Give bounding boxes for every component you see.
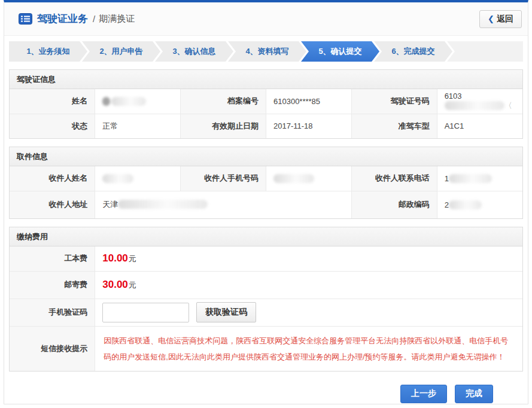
production-fee-value: 10.00元 [95,246,522,271]
name-label: 姓名 [10,89,95,114]
table-row: 收件人姓名 收件人手机号码 收件人联系电话 1 [10,166,522,191]
step-5-confirm-submit[interactable]: 5、确认提交 [301,41,379,62]
sms-code-cell: 获取验证码 [95,299,522,326]
recipient-name-value [95,166,181,191]
production-fee-unit: 元 [129,254,136,263]
mailing-fee-label: 邮寄费 [10,271,95,299]
table-row: 姓名 档案编号 610300****85 驾驶证号码 6103〈 [10,89,522,114]
step-4-fill-data[interactable]: 4、资料填写 [228,41,306,62]
mailing-fee-value: 30.00元 [95,271,522,299]
bottom-actions: 上一步 完成 [4,385,528,403]
breadcrumb: 驾驶证业务 / 期满换证 [19,12,135,26]
sms-code-input[interactable] [102,303,189,322]
postcode-label: 邮政编码 [351,191,437,218]
license-number-tail: 〈 [504,101,512,110]
pickup-info-panel: 取件信息 收件人姓名 收件人手机号码 收件人联系电话 1 收件人地址 天津 邮政… [9,147,523,219]
breadcrumb-section-title[interactable]: 驾驶证业务 [37,12,88,26]
step-filler [447,41,523,62]
recipient-address-label: 收件人地址 [10,191,95,218]
table-row: 工本费 10.00元 [10,246,522,271]
table-row: 收件人地址 天津 邮政编码 2 [10,191,522,218]
redacted-text [111,97,146,106]
page-header: 驾驶证业务 / 期满换证 ❮ 返回 [4,2,528,36]
back-button-label: 返回 [497,14,513,25]
fees-title: 缴纳费用 [10,227,522,246]
license-info-table: 姓名 档案编号 610300****85 驾驶证号码 6103〈 状态 正常 有… [10,89,522,138]
finish-button[interactable]: 完成 [455,385,493,403]
table-row: 短信接收提示 因陕西省联通、电信运营商技术问题，陕西省互联网交通安全综合服务管理… [10,326,522,371]
recipient-address-visible: 天津 [102,200,118,209]
license-number-visible: 6103 [445,92,462,101]
fees-panel: 缴纳费用 工本费 10.00元 邮寄费 30.00元 手机验证码 获取验证码 短… [9,227,523,372]
pickup-info-table: 收件人姓名 收件人手机号码 收件人联系电话 1 收件人地址 天津 邮政编码 2 [10,166,522,218]
chevron-left-icon: ❮ [488,14,494,23]
name-value [95,89,181,114]
step-1-notice[interactable]: 1、业务须知 [9,41,87,62]
file-number-value: 610300****85 [266,89,351,114]
sms-notice-cell: 因陕西省联通、电信运营商技术问题，陕西省互联网交通安全综合服务管理平台无法向持陕… [95,326,522,371]
sms-notice-label: 短信接收提示 [10,326,95,371]
redacted-text [102,174,133,183]
mailing-fee-unit: 元 [129,281,136,290]
get-code-button[interactable]: 获取验证码 [196,302,256,322]
recipient-mobile-label: 收件人手机号码 [181,166,266,191]
page-title: 期满换证 [99,13,135,25]
valid-until-value: 2017-11-18 [266,114,351,138]
breadcrumb-separator: / [93,14,95,24]
step-6-complete-submit[interactable]: 6、完成提交 [374,41,452,62]
vehicle-type-label: 准驾车型 [351,114,437,138]
mailing-fee-amount: 30.00 [102,279,128,290]
recipient-phone-label: 收件人联系电话 [351,166,437,191]
license-number-value: 6103〈 [437,89,522,114]
status-label: 状态 [10,114,95,138]
production-fee-label: 工本费 [10,246,95,271]
previous-step-button[interactable]: 上一步 [400,385,447,403]
table-row: 手机验证码 获取验证码 [10,299,522,326]
redacted-text [449,200,482,209]
sms-code-label: 手机验证码 [10,299,95,326]
pickup-info-title: 取件信息 [10,147,522,166]
redacted-text [102,97,110,106]
postcode-visible: 2 [445,200,449,209]
table-row: 状态 正常 有效期止日期 2017-11-18 准驾车型 A1C1 [10,114,522,138]
table-row: 邮寄费 30.00元 [10,271,522,299]
step-wizard: 1、业务须知 2、用户申告 3、确认信息 4、资料填写 5、确认提交 6、完成提… [9,41,523,62]
file-number-label: 档案编号 [181,89,266,114]
fees-table: 工本费 10.00元 邮寄费 30.00元 手机验证码 获取验证码 短信接收提示… [10,246,522,371]
license-info-panel: 驾驶证信息 姓名 档案编号 610300****85 驾驶证号码 6103〈 状… [9,69,523,139]
valid-until-label: 有效期止日期 [181,114,266,138]
license-number-label: 驾驶证号码 [351,89,437,114]
vehicle-type-value: A1C1 [437,114,522,138]
redacted-text [273,174,314,183]
recipient-name-label: 收件人姓名 [10,166,95,191]
redacted-text [445,101,504,110]
redacted-text [118,200,208,209]
postcode-value: 2 [437,191,522,218]
page-container: 驾驶证业务 / 期满换证 ❮ 返回 1、业务须知 2、用户申告 3、确认信息 4… [4,0,528,404]
license-info-title: 驾驶证信息 [10,70,522,89]
redacted-text [449,174,492,183]
status-value: 正常 [95,114,181,138]
production-fee-amount: 10.00 [102,252,128,264]
step-3-confirm-info[interactable]: 3、确认信息 [155,41,233,62]
sms-notice-text: 因陕西省联通、电信运营商技术问题，陕西省互联网交通安全综合服务管理平台无法向持陕… [104,333,514,365]
form-list-icon [19,13,32,25]
recipient-phone-visible: 1 [445,174,449,183]
recipient-phone-value: 1 [437,166,522,191]
recipient-address-value: 天津 [95,191,351,218]
step-2-declaration[interactable]: 2、用户申告 [82,41,160,62]
recipient-mobile-value [266,166,351,191]
back-button[interactable]: ❮ 返回 [479,10,522,28]
